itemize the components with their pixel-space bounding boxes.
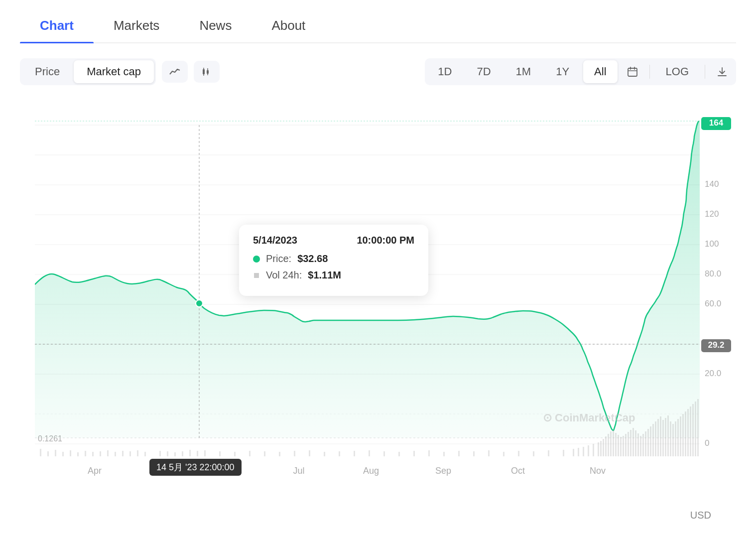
tab-bar: Chart Markets News About: [20, 0, 736, 43]
svg-rect-46: [47, 451, 49, 456]
svg-rect-72: [294, 451, 295, 456]
svg-rect-90: [563, 450, 564, 456]
all-button[interactable]: All: [583, 60, 617, 83]
svg-rect-119: [655, 421, 656, 456]
7d-button[interactable]: 7D: [466, 60, 502, 83]
tab-chart[interactable]: Chart: [20, 10, 94, 42]
svg-rect-49: [70, 450, 71, 456]
svg-rect-136: [697, 399, 699, 456]
market-cap-button[interactable]: Market cap: [74, 60, 154, 83]
svg-rect-78: [383, 451, 385, 456]
svg-text:80.0: 80.0: [705, 269, 721, 278]
svg-rect-52: [92, 452, 94, 456]
svg-rect-73: [309, 450, 310, 456]
svg-rect-97: [600, 441, 602, 456]
svg-rect-75: [339, 451, 340, 456]
price-button[interactable]: Price: [22, 60, 73, 83]
svg-rect-51: [85, 451, 86, 456]
svg-rect-105: [620, 437, 622, 456]
svg-text:120: 120: [705, 209, 719, 219]
svg-rect-77: [369, 450, 370, 456]
svg-rect-128: [677, 419, 679, 456]
svg-rect-62: [174, 452, 176, 456]
svg-rect-86: [503, 452, 504, 456]
svg-rect-94: [588, 445, 589, 456]
svg-rect-100: [608, 434, 609, 456]
svg-rect-45: [40, 449, 41, 456]
svg-rect-98: [603, 439, 604, 456]
calendar-button[interactable]: [621, 61, 644, 83]
chart-tooltip: 5/14/2023 10:00:00 PM Price: $32.68 Vol …: [239, 225, 428, 296]
svg-rect-67: [219, 451, 221, 456]
svg-rect-115: [645, 431, 646, 456]
svg-rect-132: [687, 409, 689, 456]
tooltip-vol-value: $1.11M: [308, 269, 341, 281]
svg-text:Jul: Jul: [293, 466, 304, 476]
svg-rect-117: [650, 426, 651, 456]
svg-rect-3: [207, 70, 209, 74]
svg-rect-113: [640, 436, 641, 456]
svg-rect-109: [630, 430, 631, 456]
svg-text:⊙ CoinMarketCap: ⊙ CoinMarketCap: [543, 411, 635, 424]
svg-text:Aug: Aug: [363, 466, 379, 476]
svg-rect-53: [100, 451, 101, 456]
svg-rect-81: [428, 450, 430, 456]
svg-rect-103: [615, 433, 617, 456]
tooltip-price-value: $32.68: [297, 253, 328, 265]
svg-rect-106: [623, 436, 624, 456]
svg-rect-134: [692, 404, 694, 456]
svg-rect-126: [672, 424, 674, 456]
tooltip-header: 5/14/2023 10:00:00 PM: [253, 235, 414, 246]
svg-rect-57: [129, 451, 131, 456]
price-chart-svg: 180 140 120 100 80.0 60.0 40.0 20.0 0 0.…: [20, 95, 736, 504]
chart-svg-wrapper: 180 140 120 100 80.0 60.0 40.0 20.0 0 0.…: [20, 95, 736, 506]
svg-rect-89: [548, 450, 549, 456]
svg-rect-125: [670, 421, 671, 456]
1y-button[interactable]: 1Y: [545, 60, 580, 83]
svg-rect-85: [488, 450, 490, 456]
price-dot-icon: [253, 256, 260, 263]
1m-button[interactable]: 1M: [505, 60, 542, 83]
tab-markets[interactable]: Markets: [94, 10, 179, 42]
tooltip-date: 5/14/2023: [253, 235, 297, 246]
svg-rect-47: [55, 450, 56, 456]
1d-button[interactable]: 1D: [427, 60, 463, 83]
svg-rect-91: [573, 449, 574, 456]
svg-text:Sep: Sep: [435, 466, 451, 476]
svg-rect-79: [398, 452, 400, 456]
svg-rect-64: [189, 450, 191, 456]
svg-rect-69: [249, 451, 251, 456]
svg-rect-0: [203, 69, 205, 74]
divider: [649, 65, 650, 79]
chart-area: 180 140 120 100 80.0 60.0 40.0 20.0 0 0.…: [20, 95, 736, 521]
svg-rect-122: [662, 420, 664, 456]
svg-rect-68: [234, 452, 236, 456]
svg-text:Nov: Nov: [590, 466, 606, 476]
download-button[interactable]: [710, 61, 734, 83]
usd-label: USD: [20, 506, 736, 521]
svg-rect-101: [610, 431, 612, 456]
tab-about[interactable]: About: [252, 10, 325, 42]
svg-rect-120: [657, 419, 659, 456]
svg-text:60.0: 60.0: [705, 299, 721, 308]
svg-rect-127: [675, 421, 676, 456]
svg-rect-76: [354, 451, 355, 456]
svg-rect-133: [690, 406, 691, 456]
svg-rect-96: [598, 442, 599, 456]
svg-rect-59: [144, 452, 146, 456]
svg-rect-74: [324, 452, 325, 456]
svg-text:Oct: Oct: [511, 466, 525, 476]
candle-chart-icon-button[interactable]: [194, 61, 220, 83]
svg-rect-84: [473, 451, 475, 456]
svg-rect-104: [618, 435, 619, 456]
svg-rect-121: [660, 416, 661, 456]
svg-rect-80: [413, 451, 415, 456]
line-chart-icon-button[interactable]: [162, 61, 188, 83]
svg-rect-82: [443, 452, 445, 456]
type-button-group: Price Market cap: [20, 58, 156, 85]
controls-left: Price Market cap: [20, 58, 220, 85]
svg-rect-71: [279, 452, 280, 456]
log-button[interactable]: LOG: [655, 60, 700, 83]
svg-text:140: 140: [705, 179, 719, 189]
tab-news[interactable]: News: [179, 10, 252, 42]
